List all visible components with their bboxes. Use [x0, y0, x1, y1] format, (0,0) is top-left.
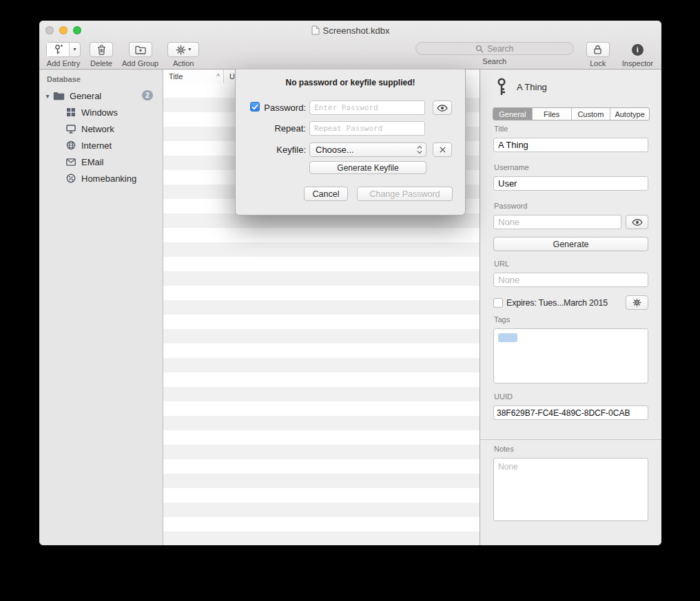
- notes-placeholder: None: [498, 462, 518, 472]
- enter-password-input[interactable]: [309, 101, 425, 115]
- inspector-label: Inspector: [622, 59, 653, 67]
- inspector-header: A Thing: [496, 78, 547, 96]
- uuid-field[interactable]: [493, 405, 648, 420]
- sidebar-item-email[interactable]: EMail: [39, 154, 163, 170]
- add-entry-dropdown[interactable]: ▾: [69, 43, 80, 56]
- sidebar-group-general[interactable]: ▾ General 2: [39, 87, 163, 104]
- title-field[interactable]: [493, 138, 648, 152]
- toolbar-lock: Lock: [586, 42, 610, 67]
- tag-chip[interactable]: [498, 333, 517, 342]
- username-field-label: Username: [494, 163, 529, 171]
- generate-password-button[interactable]: Generate: [493, 237, 648, 251]
- toolbar: ▾ Add Entry Delete A: [39, 40, 661, 69]
- lock-button[interactable]: [586, 42, 610, 57]
- tags-box[interactable]: [493, 328, 648, 383]
- entry-title: A Thing: [517, 82, 547, 92]
- expiry-settings-button[interactable]: [626, 295, 648, 310]
- tab-autotype[interactable]: Autotype: [610, 108, 649, 120]
- checkmark-icon: [251, 104, 258, 110]
- sidebar-item-label: Homebanking: [81, 173, 136, 184]
- window-title: Screenshot.kdbx: [323, 25, 390, 36]
- inspector-toggle-button[interactable]: i: [632, 42, 644, 57]
- close-x-icon: [439, 146, 446, 154]
- url-field[interactable]: [493, 273, 648, 287]
- column-header-title[interactable]: Title ^: [163, 70, 224, 83]
- search-label: Search: [482, 57, 506, 65]
- divider: [480, 439, 661, 440]
- key-plus-icon: [47, 43, 69, 56]
- chevron-down-icon: ▾: [188, 47, 191, 52]
- sidebar-item-homebanking[interactable]: Homebanking: [39, 170, 163, 187]
- password-checkbox[interactable]: [250, 102, 260, 112]
- chevron-down-icon: ▾: [73, 47, 76, 52]
- generate-keyfile-label: Generate Keyfile: [337, 163, 398, 173]
- uuid-label: UUID: [494, 392, 513, 401]
- window-title-wrap: Screenshot.kdbx: [39, 21, 661, 40]
- action-button[interactable]: ▾: [167, 42, 199, 57]
- sort-ascending-icon: ^: [216, 73, 220, 81]
- password-label: Password:: [260, 103, 306, 113]
- popup-chevrons-icon: [417, 145, 422, 154]
- clear-keyfile-button[interactable]: [433, 143, 452, 157]
- password-field-label: Password: [494, 202, 527, 210]
- notes-field[interactable]: None: [493, 458, 648, 521]
- eye-icon: [632, 219, 643, 226]
- search-placeholder: Search: [487, 44, 513, 54]
- sidebar-item-label: Windows: [81, 107, 118, 118]
- cancel-button[interactable]: Cancel: [304, 187, 348, 201]
- document-icon: [311, 25, 320, 35]
- inspector-tabs: General Files Custom Autotype: [493, 107, 650, 120]
- change-password-sheet: No password or keyfile supplied! Passwor…: [235, 69, 466, 215]
- repeat-label: Repeat:: [260, 123, 306, 134]
- windows-grid-icon: [66, 107, 76, 117]
- cancel-label: Cancel: [313, 189, 340, 199]
- change-password-label: Change Password: [369, 189, 440, 199]
- add-entry-button[interactable]: ▾: [46, 42, 81, 57]
- tab-custom[interactable]: Custom: [571, 108, 610, 120]
- notes-label: Notes: [494, 445, 514, 453]
- search-input[interactable]: Search: [415, 42, 574, 55]
- sidebar-item-internet[interactable]: Internet: [39, 137, 163, 154]
- keyfile-label: Keyfile:: [260, 145, 306, 155]
- generate-keyfile-button[interactable]: Generate Keyfile: [309, 161, 426, 174]
- expires-label: Expires: Tues...March 2015: [506, 298, 608, 308]
- inspector-panel: A Thing General Files Custom Autotype Ti…: [480, 70, 661, 545]
- keyfile-select[interactable]: Choose...: [309, 143, 426, 157]
- search-icon: [475, 45, 484, 53]
- trash-icon: [97, 45, 106, 55]
- sidebar: Database ▾ General 2 Windows Network: [39, 70, 163, 545]
- sidebar-item-network[interactable]: Network: [39, 120, 163, 137]
- change-password-button[interactable]: Change Password: [357, 187, 453, 201]
- sidebar-item-windows[interactable]: Windows: [39, 104, 163, 120]
- sidebar-group-label: General: [70, 91, 101, 101]
- percent-coin-icon: [66, 173, 76, 183]
- titlebar[interactable]: Screenshot.kdbx: [39, 21, 661, 40]
- gear-icon: [632, 298, 641, 307]
- url-field-label: URL: [494, 260, 509, 268]
- envelope-icon: [66, 158, 76, 166]
- info-glyph: i: [637, 45, 639, 54]
- expires-checkbox[interactable]: [493, 298, 503, 308]
- keyfile-value: Choose...: [316, 145, 354, 155]
- eye-icon: [437, 105, 448, 112]
- toolbar-add-entry: ▾ Add Entry: [46, 42, 81, 67]
- reveal-password-button[interactable]: [433, 101, 452, 115]
- toolbar-add-group: Add Group: [122, 42, 158, 67]
- delete-button[interactable]: [90, 42, 113, 57]
- sheet-message: No password or keyfile supplied!: [236, 78, 465, 87]
- action-label: Action: [173, 59, 194, 67]
- username-field[interactable]: [493, 176, 648, 191]
- tab-files[interactable]: Files: [532, 108, 571, 120]
- tab-general[interactable]: General: [493, 108, 532, 120]
- password-field[interactable]: [493, 215, 621, 229]
- disclosure-triangle-icon[interactable]: ▾: [42, 92, 53, 100]
- add-group-button[interactable]: [129, 42, 152, 57]
- repeat-password-input[interactable]: [309, 121, 425, 136]
- entry-count-badge: 2: [142, 90, 153, 101]
- sidebar-item-label: Network: [81, 124, 114, 134]
- column-label: Title: [169, 72, 183, 81]
- globe-icon: [66, 140, 76, 150]
- window-chrome: Screenshot.kdbx ▾ Add Entry: [39, 21, 661, 70]
- inspector-reveal-password-button[interactable]: [626, 215, 648, 229]
- toolbar-action: ▾ Action: [167, 42, 199, 67]
